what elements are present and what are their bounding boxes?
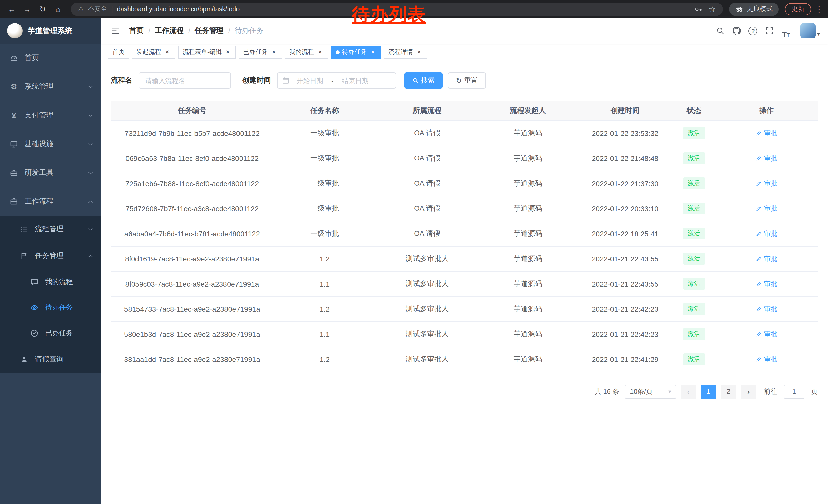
app-title: 芋道管理系统 (28, 26, 72, 36)
cell-task-name: 一级审批 (274, 146, 376, 171)
sidebar-item-task-mgmt[interactable]: 任务管理 (0, 242, 100, 269)
cell-task-id: a6aba0a4-7b6d-11ec-b781-acde48001122 (111, 221, 274, 246)
prev-page-button[interactable]: ‹ (681, 384, 696, 399)
close-icon[interactable]: × (271, 48, 278, 56)
avatar[interactable] (800, 23, 816, 39)
next-page-button[interactable]: › (741, 384, 756, 399)
approve-link[interactable]: 审批 (756, 355, 777, 364)
approve-link[interactable]: 审批 (756, 204, 777, 213)
approve-link[interactable]: 审批 (756, 279, 777, 288)
sidebar-item-todo-task[interactable]: 待办任务 (0, 295, 100, 320)
sidebar-collapse-icon[interactable] (109, 24, 122, 37)
cell-create-time: 2022-01-22 21:48:48 (577, 146, 673, 171)
cell-create-time: 2022-01-21 22:42:23 (577, 296, 673, 321)
user-menu[interactable]: ▾ (800, 23, 820, 39)
edit-icon (756, 205, 762, 212)
cell-task-id: 75d72608-7b7f-11ec-a3c8-acde48001122 (111, 196, 274, 221)
approve-link[interactable]: 审批 (756, 254, 777, 263)
sidebar-item-payment[interactable]: ¥ 支付管理 (0, 101, 100, 130)
chevron-down-icon (88, 141, 93, 147)
sidebar-item-infrastructure[interactable]: 基础设施 (0, 130, 100, 158)
close-icon[interactable]: × (164, 48, 171, 56)
browser-forward-button[interactable]: → (20, 2, 34, 16)
cell-task-id: 73211d9d-7b9b-11ec-b5b7-acde48001122 (111, 121, 274, 146)
edit-icon (756, 180, 762, 186)
close-icon[interactable]: × (416, 48, 423, 56)
app-logo-link[interactable]: 芋道管理系统 (0, 18, 100, 44)
sidebar-item-dev-tools[interactable]: 研发工具 (0, 158, 100, 187)
tab-todo-task[interactable]: 待办任务 × (331, 45, 381, 59)
tab-my-process[interactable]: 我的流程 × (285, 45, 328, 59)
sidebar-item-workflow[interactable]: 工作流程 (0, 187, 100, 216)
tab-home[interactable]: 首页 (108, 45, 129, 59)
edit-icon (756, 281, 762, 287)
goto-page-input[interactable] (784, 384, 804, 399)
help-icon[interactable]: ? (746, 24, 760, 38)
process-name-input[interactable] (138, 72, 231, 89)
sidebar-item-home[interactable]: 首页 (0, 44, 100, 72)
bookmark-star-icon[interactable]: ☆ (709, 4, 716, 13)
filter-bar: 流程名 创建时间 - 搜索 (111, 72, 818, 89)
close-icon[interactable]: × (224, 48, 232, 56)
approve-link[interactable]: 审批 (756, 229, 777, 238)
tab-done-task[interactable]: 已办任务 × (239, 45, 282, 59)
close-icon[interactable]: × (369, 48, 377, 56)
breadcrumb-workflow[interactable]: 工作流程 (155, 26, 184, 35)
cell-create-time: 2022-01-22 23:53:32 (577, 121, 673, 146)
page-size-select[interactable]: 10条/页 ▾ (625, 384, 676, 399)
cell-status: 激活 (673, 296, 715, 321)
sidebar-item-my-process[interactable]: 我的流程 (0, 269, 100, 295)
sidebar-item-leave-query[interactable]: 请假查询 (0, 346, 100, 373)
tab-start-process[interactable]: 发起流程 × (132, 45, 175, 59)
security-label[interactable]: 不安全 (88, 5, 107, 13)
approve-link[interactable]: 审批 (756, 304, 777, 314)
password-key-icon[interactable] (694, 5, 703, 13)
page-button-2[interactable]: 2 (721, 384, 736, 399)
edit-icon (756, 155, 762, 161)
cell-status: 激活 (673, 146, 715, 171)
tab-process-detail[interactable]: 流程详情 × (384, 45, 427, 59)
browser-menu-icon[interactable]: ⋮ (815, 4, 823, 13)
cell-status: 激活 (673, 246, 715, 271)
github-icon[interactable] (730, 24, 744, 38)
cell-action: 审批 (715, 347, 818, 372)
search-icon[interactable] (713, 24, 728, 38)
breadcrumb-home[interactable]: 首页 (129, 26, 143, 35)
close-icon[interactable]: × (317, 48, 324, 56)
status-badge: 激活 (683, 152, 705, 164)
fullscreen-icon[interactable] (762, 24, 777, 38)
page-button-1[interactable]: 1 (701, 384, 716, 399)
cell-process: OA 请假 (376, 146, 479, 171)
search-button[interactable]: 搜索 (404, 72, 443, 89)
person-icon (19, 355, 29, 364)
caret-down-icon: ▾ (668, 388, 671, 394)
browser-home-button[interactable]: ⌂ (51, 2, 65, 16)
cell-process: OA 请假 (376, 221, 479, 246)
approve-link[interactable]: 审批 (756, 179, 777, 188)
approve-link[interactable]: 审批 (756, 153, 777, 163)
font-size-icon[interactable]: TT (779, 24, 793, 38)
sidebar-item-system[interactable]: ⚙ 系统管理 (0, 72, 100, 101)
sidebar-item-process-mgmt[interactable]: 流程管理 (0, 216, 100, 242)
cell-initiator: 芋道源码 (479, 271, 577, 296)
approve-link[interactable]: 审批 (756, 129, 777, 138)
chevron-down-icon (88, 84, 93, 89)
yen-icon: ¥ (9, 111, 18, 120)
cell-action: 审批 (715, 171, 818, 196)
start-date-input[interactable] (290, 77, 329, 84)
breadcrumb-task-mgmt[interactable]: 任务管理 (195, 26, 224, 35)
cell-task-name: 一级审批 (274, 196, 376, 221)
cell-process: 测试多审批人 (376, 347, 479, 372)
cell-process: 测试多审批人 (376, 321, 479, 347)
sidebar-item-done-task[interactable]: 已办任务 (0, 320, 100, 346)
date-range-picker[interactable]: - (277, 72, 396, 89)
reset-button[interactable]: ↻ 重置 (448, 72, 486, 89)
end-date-input[interactable] (336, 77, 375, 84)
browser-update-button[interactable]: 更新 (785, 3, 811, 15)
approve-link[interactable]: 审批 (756, 329, 777, 339)
browser-reload-button[interactable]: ↻ (36, 2, 49, 16)
caret-down-icon: ▾ (817, 31, 820, 37)
browser-back-button[interactable]: ← (5, 2, 18, 16)
tab-process-form-edit[interactable]: 流程表单-编辑 × (178, 45, 236, 59)
briefcase-icon (9, 197, 18, 205)
